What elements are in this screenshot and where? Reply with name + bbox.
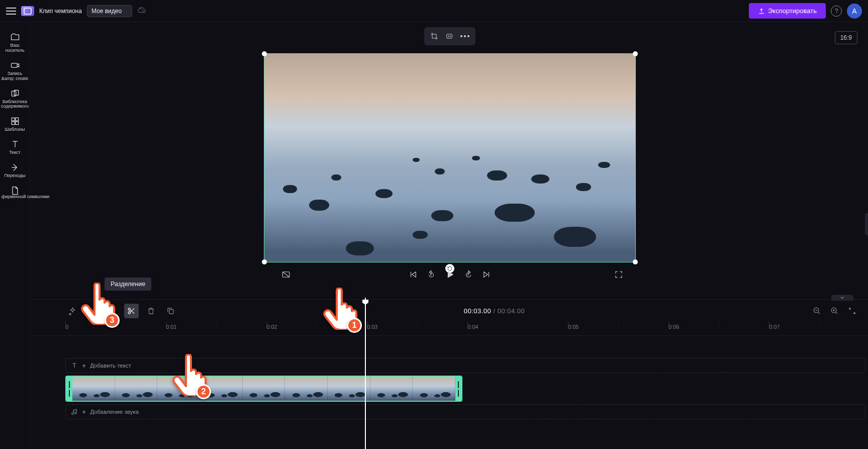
- resize-handle-icon[interactable]: [262, 51, 267, 56]
- svg-text:5: 5: [467, 274, 469, 277]
- timeline-ruler[interactable]: 00:010:020:030:040:050:060:07: [30, 322, 868, 336]
- fullscreen-button[interactable]: [614, 270, 623, 279]
- resize-handle-icon[interactable]: [633, 51, 638, 56]
- split-tooltip: Разделение: [105, 278, 151, 291]
- split-button[interactable]: [124, 304, 139, 318]
- more-button[interactable]: [458, 33, 471, 39]
- right-collapse-icon[interactable]: [865, 213, 868, 235]
- sidebar-item-templates[interactable]: Шаблоны: [0, 113, 30, 135]
- no-image-icon[interactable]: [281, 270, 291, 279]
- svg-rect-5: [15, 118, 18, 121]
- svg-line-0: [139, 7, 145, 13]
- project-title-input[interactable]: [87, 5, 132, 17]
- playback-controls: 5 5: [30, 262, 868, 285]
- zoom-in-button[interactable]: [828, 305, 841, 317]
- clip-trim-left[interactable]: [66, 377, 72, 401]
- brand-title: Клип чемпиона: [39, 8, 82, 15]
- timeline-collapse-icon[interactable]: [831, 295, 853, 301]
- menu-button[interactable]: [6, 8, 16, 15]
- aspect-ratio-badge[interactable]: 16:9: [835, 31, 857, 44]
- clip-trim-right[interactable]: [455, 377, 461, 401]
- skip-end-button[interactable]: [482, 270, 491, 279]
- ruler-tick: 0:03: [367, 322, 467, 335]
- sidebar-item-record-create[interactable]: Запись &amp; create: [0, 57, 30, 84]
- sidebar-item-transitions[interactable]: Переходы: [0, 159, 30, 182]
- sidebar-item-your-media[interactable]: Ваш носитель: [0, 29, 30, 56]
- preview-toolbar: [424, 27, 475, 45]
- ruler-tick: 0:05: [568, 322, 668, 335]
- ruler-tick: 0: [65, 322, 166, 335]
- ruler-tick: 0:02: [266, 322, 367, 335]
- magic-button[interactable]: [65, 304, 80, 318]
- sidebar-item-content-library[interactable]: Библиотека содержимого: [0, 85, 30, 113]
- svg-rect-1: [11, 63, 17, 67]
- user-avatar[interactable]: A: [847, 4, 862, 19]
- svg-rect-14: [169, 309, 174, 314]
- ruler-tick: 0:06: [668, 322, 769, 335]
- app-header: Клип чемпиона Экспортировать ? A: [0, 0, 868, 22]
- timeline-tracks: + Добавить текст +: [30, 336, 868, 449]
- redo-button[interactable]: [105, 304, 119, 318]
- help-icon[interactable]: ?: [831, 6, 842, 17]
- sidebar-item-text[interactable]: Текст: [0, 136, 30, 158]
- audio-track-hint[interactable]: + Добавление звука: [65, 404, 865, 419]
- forward-button[interactable]: 5: [464, 270, 473, 279]
- ruler-tick: 0:04: [467, 322, 568, 335]
- text-track-hint[interactable]: + Добавить текст: [65, 358, 865, 373]
- rewind-button[interactable]: 5: [427, 270, 436, 279]
- ruler-tick: 0:07: [769, 322, 868, 335]
- play-button[interactable]: [445, 270, 455, 280]
- ruler-tick: 0:01: [166, 322, 266, 335]
- delete-button[interactable]: [144, 304, 158, 318]
- app-logo-icon: [21, 6, 34, 16]
- video-track: [65, 376, 462, 402]
- timecode: 00:03.00 / 00:04.00: [464, 307, 525, 315]
- video-canvas[interactable]: [264, 53, 636, 262]
- timeline: Разделение 00:03.00 / 00:04.00: [30, 299, 868, 449]
- copy-button[interactable]: [163, 304, 178, 318]
- preview-area: 16:9: [30, 22, 868, 299]
- skip-start-button[interactable]: [409, 270, 418, 279]
- svg-rect-6: [12, 122, 15, 125]
- fit-timeline-button[interactable]: [846, 305, 858, 317]
- svg-rect-4: [12, 118, 15, 121]
- export-button[interactable]: Экспортировать: [749, 3, 826, 19]
- zoom-out-button[interactable]: [811, 305, 823, 317]
- video-clip[interactable]: [65, 376, 462, 402]
- left-rail: Ваш носитель Запись &amp; create Библиот…: [0, 22, 30, 449]
- sidebar-item-brand-kit[interactable]: Комплект фирменной символики: [0, 183, 30, 199]
- cloud-sync-icon[interactable]: [137, 6, 146, 16]
- fit-button[interactable]: [443, 30, 455, 42]
- undo-button[interactable]: [85, 304, 100, 318]
- svg-rect-7: [15, 122, 18, 125]
- crop-button[interactable]: [428, 30, 440, 42]
- svg-text:5: 5: [430, 274, 432, 277]
